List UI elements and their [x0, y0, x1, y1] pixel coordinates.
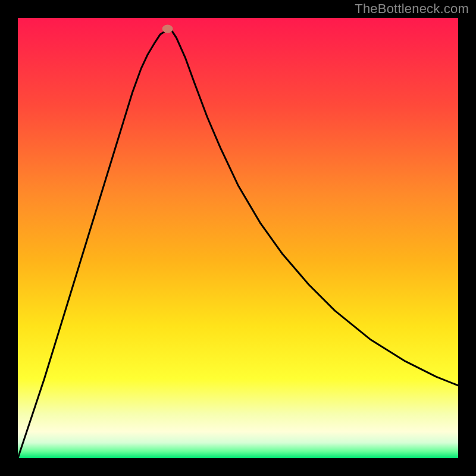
chart-background	[18, 18, 458, 458]
chart-frame: TheBottleneck.com	[0, 0, 476, 476]
chart-plot-area	[18, 18, 458, 458]
watermark-text: TheBottleneck.com	[355, 1, 469, 17]
marker-dot	[162, 25, 173, 33]
chart-svg	[18, 18, 458, 458]
